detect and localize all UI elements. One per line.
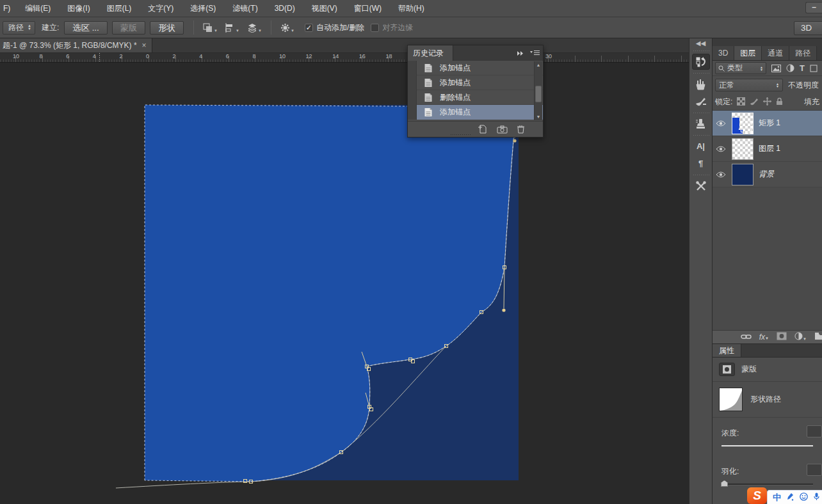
tool-mode-select[interactable]: 路径 ▲▼ xyxy=(3,21,35,35)
history-state-selected[interactable]: 添加锚点 xyxy=(408,105,543,120)
close-tab-icon[interactable]: × xyxy=(142,41,147,50)
layer-row-layer1[interactable]: 图层 1 xyxy=(713,136,822,162)
brush-panel-icon[interactable] xyxy=(692,93,710,109)
tab-paths[interactable]: 路径 xyxy=(789,46,817,60)
scroll-up-icon[interactable]: ▲ xyxy=(535,61,542,68)
shape-path-thumbnail[interactable] xyxy=(719,388,743,411)
make-shape-button[interactable]: 形状 xyxy=(150,21,184,35)
panel-group-grip[interactable] xyxy=(693,112,709,114)
history-source-well[interactable] xyxy=(408,90,417,105)
ime-language-toggle[interactable]: 中 xyxy=(773,491,781,504)
feather-value-box[interactable] xyxy=(807,464,822,476)
document-tab[interactable]: 题-1 @ 73.3% (矩形 1, RGB/8/CMYK) * × xyxy=(0,38,152,52)
menu-edit[interactable]: 编辑(E) xyxy=(17,0,59,17)
layer-filter-select[interactable]: 类型 ▲▼ xyxy=(715,62,766,74)
history-source-well[interactable] xyxy=(408,61,417,75)
layer-thumbnail-rectangle1[interactable] xyxy=(732,113,754,134)
link-layers-icon[interactable] xyxy=(741,333,752,342)
density-slider[interactable] xyxy=(721,445,813,447)
menu-window[interactable]: 窗口(W) xyxy=(346,0,390,17)
history-source-well[interactable] xyxy=(408,75,417,90)
bezier-handle-dot[interactable] xyxy=(502,308,505,311)
tab-properties[interactable]: 属性 xyxy=(713,344,741,357)
history-panel-tab[interactable]: 历史记录 xyxy=(408,45,453,61)
layer-style-fx-icon[interactable]: fx▼ xyxy=(759,333,769,342)
history-state[interactable]: 添加锚点 xyxy=(408,61,543,75)
lock-all-icon[interactable] xyxy=(776,97,783,107)
menu-3d[interactable]: 3D(D) xyxy=(266,0,303,17)
filter-shape-icon[interactable] xyxy=(810,65,818,72)
menu-help[interactable]: 帮助(H) xyxy=(390,0,433,17)
history-state[interactable]: 删除锚点 xyxy=(408,90,543,105)
tab-layers[interactable]: 图层 xyxy=(734,46,762,60)
filter-type-icon[interactable]: T xyxy=(800,63,805,73)
filter-image-icon[interactable] xyxy=(771,65,781,72)
layer-row-background[interactable]: 背景 xyxy=(713,162,822,187)
panel-group-grip[interactable] xyxy=(693,50,709,52)
visibility-eye-icon[interactable] xyxy=(715,120,727,127)
snapshot-camera-icon[interactable] xyxy=(497,125,508,134)
panel-group-grip[interactable] xyxy=(693,134,709,137)
menu-type[interactable]: 文字(Y) xyxy=(140,0,182,17)
layer-thumbnail-layer1[interactable] xyxy=(732,138,754,160)
menu-select[interactable]: 选择(S) xyxy=(182,0,224,17)
clone-source-panel-icon[interactable] xyxy=(692,116,710,132)
menu-view[interactable]: 视图(V) xyxy=(303,0,346,17)
blend-mode-select[interactable]: 正常 ▲▼ xyxy=(715,79,783,91)
collapse-dock-icon[interactable]: ◀◀ xyxy=(689,40,712,48)
make-mask-button[interactable]: 蒙版 xyxy=(112,21,146,35)
scroll-down-icon[interactable]: ▼ xyxy=(535,113,542,120)
menu-filter[interactable]: 滤镜(T) xyxy=(224,0,266,17)
lock-transparency-icon[interactable] xyxy=(737,97,745,107)
scrollbar-thumb[interactable] xyxy=(535,86,542,102)
panel-menu-icon[interactable] xyxy=(530,50,540,56)
path-alignment-icon[interactable]: ▼ xyxy=(225,23,239,33)
path-operations-icon[interactable]: ▼ xyxy=(203,23,218,33)
new-group-folder-icon[interactable] xyxy=(814,332,822,342)
history-state[interactable]: 添加锚点 xyxy=(408,75,543,90)
history-scrollbar[interactable]: ▲ ▼ xyxy=(534,61,542,120)
history-panel-icon[interactable] xyxy=(692,54,710,70)
ime-mic-icon[interactable] xyxy=(814,492,819,503)
new-adjustment-layer-icon[interactable]: ▼ xyxy=(794,332,807,342)
panel-group-grip[interactable] xyxy=(693,174,709,177)
tool-presets-panel-icon[interactable] xyxy=(692,178,710,194)
menu-file[interactable]: F) xyxy=(1,0,17,17)
lock-pixels-icon[interactable] xyxy=(750,97,759,107)
align-edges-checkbox[interactable] xyxy=(371,24,379,32)
menu-layer[interactable]: 图层(L) xyxy=(99,0,140,17)
lock-position-icon[interactable] xyxy=(763,97,771,107)
layer-row-rectangle1[interactable]: 矩形 1 xyxy=(713,111,822,136)
density-value-box[interactable] xyxy=(807,425,822,437)
add-layer-mask-icon[interactable] xyxy=(777,332,787,342)
filter-adjustment-icon[interactable] xyxy=(786,64,794,72)
auto-add-delete-checkbox[interactable]: ✓ xyxy=(305,24,313,32)
panel-group-grip[interactable] xyxy=(693,72,709,75)
character-panel-icon[interactable]: A| xyxy=(692,138,710,154)
minimize-button[interactable]: – xyxy=(805,2,822,13)
make-selection-button[interactable]: 选区 ... xyxy=(64,21,107,35)
ime-pen-icon[interactable] xyxy=(787,492,794,503)
paragraph-panel-icon[interactable]: ¶ xyxy=(692,155,710,171)
delete-trash-icon[interactable] xyxy=(517,125,525,134)
canvas[interactable] xyxy=(145,105,519,480)
new-document-from-state-icon[interactable] xyxy=(478,125,488,134)
ruler-number: 30 xyxy=(545,53,552,59)
gear-icon[interactable]: ▼ xyxy=(280,23,294,33)
menu-image[interactable]: 图像(I) xyxy=(59,0,98,17)
visibility-eye-icon[interactable] xyxy=(715,171,727,178)
collapse-arrows-icon[interactable] xyxy=(517,51,525,56)
tab-3d[interactable]: 3D xyxy=(713,46,734,60)
ime-emoji-icon[interactable] xyxy=(800,492,808,503)
visibility-eye-icon[interactable] xyxy=(715,146,727,152)
path-arrangement-icon[interactable]: ▼ xyxy=(247,23,262,33)
brush-presets-panel-icon[interactable] xyxy=(692,76,710,92)
layer-thumbnail-background[interactable] xyxy=(732,164,754,185)
workspace-3d-button[interactable]: 3D xyxy=(794,21,822,35)
sogou-logo-icon[interactable]: S xyxy=(747,487,767,504)
feather-slider-thumb[interactable] xyxy=(721,480,728,487)
history-source-well[interactable] xyxy=(408,105,417,120)
bezier-handle-dot[interactable] xyxy=(513,139,516,142)
tab-channels[interactable]: 通道 xyxy=(762,46,789,60)
feather-slider[interactable] xyxy=(721,484,813,485)
